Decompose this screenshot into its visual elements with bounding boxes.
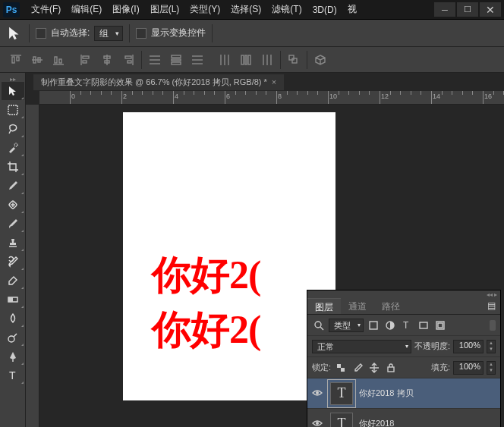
dodge-tool[interactable] [2, 328, 24, 347]
document-tab[interactable]: 制作重叠文字阴影的效果 @ 66.7% (你好2018 拷贝, RGB/8) *… [33, 74, 284, 90]
stamp-tool[interactable] [2, 234, 24, 252]
menu-layer[interactable]: 图层(L) [145, 0, 185, 19]
filter-toggle[interactable] [490, 320, 496, 331]
options-bar: 自动选择: 组 显示变换控件 [0, 20, 504, 47]
canvas-text-1[interactable]: 你好2( [152, 249, 260, 302]
dist-bottom-icon[interactable] [187, 51, 207, 69]
move-tool-icon[interactable] [6, 25, 23, 42]
menu-filter[interactable]: 滤镜(T) [266, 0, 307, 19]
opacity-stepper[interactable]: ▲▼ [487, 340, 496, 353]
3d-mode-icon[interactable] [310, 51, 330, 69]
canvas[interactable]: 你好2( 你好2( [123, 112, 335, 400]
align-right-icon[interactable] [118, 51, 138, 69]
dist-left-icon[interactable] [215, 51, 235, 69]
ruler-vertical[interactable] [26, 105, 39, 427]
filter-kind-dropdown[interactable]: 类型 [329, 319, 364, 332]
filter-smart-icon[interactable] [433, 319, 447, 332]
eraser-tool[interactable] [2, 272, 24, 290]
tab-paths[interactable]: 路径 [374, 298, 408, 314]
blend-mode-dropdown[interactable]: 正常 [312, 340, 411, 353]
tab-channels[interactable]: 通道 [341, 298, 374, 314]
close-button[interactable]: ✕ [480, 2, 501, 17]
filter-type-icon[interactable]: T [400, 319, 414, 332]
panel-menu-icon[interactable]: ▤ [483, 298, 500, 314]
type-tool[interactable]: T [2, 366, 24, 385]
svg-rect-1 [12, 57, 14, 63]
opacity-input[interactable]: 100% [453, 340, 484, 353]
layer-item-selected[interactable]: T 你好2018 拷贝 [307, 378, 500, 409]
crop-tool[interactable] [2, 158, 24, 176]
maximize-button[interactable]: ☐ [457, 2, 478, 17]
ruler-horizontal[interactable]: 0246810121416 [39, 91, 504, 105]
layer-item[interactable]: T 你好2018 [307, 409, 500, 427]
lock-pixels-icon[interactable] [351, 361, 364, 375]
svg-rect-52 [370, 322, 377, 329]
quick-select-tool[interactable] [2, 139, 24, 157]
minimize-button[interactable]: ─ [434, 2, 455, 17]
svg-text:T: T [9, 369, 16, 381]
main-area: ▸▸ T 制作重叠文字阴影的效果 @ 66.7% (你好2018 拷贝, RGB… [0, 73, 504, 427]
layer-thumb-text[interactable]: T [330, 382, 353, 405]
tab-close-icon[interactable]: × [272, 77, 276, 86]
lock-label: 锁定: [312, 362, 331, 373]
menu-type[interactable]: 类型(Y) [184, 0, 225, 19]
history-brush-tool[interactable] [2, 253, 24, 271]
tab-layers[interactable]: 图层 [307, 298, 341, 314]
show-transform-checkbox[interactable] [136, 28, 146, 39]
filter-shape-icon[interactable] [417, 319, 430, 332]
menu-image[interactable]: 图像(I) [107, 0, 144, 19]
dist-vcenter-icon[interactable] [166, 51, 186, 69]
window-controls: ─ ☐ ✕ [433, 2, 501, 17]
lock-position-icon[interactable] [367, 361, 381, 375]
toolbar-handle-icon[interactable]: ▸▸ [0, 76, 25, 82]
lasso-tool[interactable] [2, 120, 24, 138]
show-transform-label: 显示变换控件 [151, 27, 206, 39]
panel-collapse-icon[interactable]: ◂◂ ▸ [307, 290, 500, 298]
dist-right-icon[interactable] [257, 51, 277, 69]
eyedropper-tool[interactable] [2, 177, 24, 195]
svg-rect-36 [289, 55, 294, 60]
svg-rect-60 [388, 367, 394, 372]
visibility-icon[interactable] [312, 419, 324, 428]
auto-select-dropdown[interactable]: 组 [94, 26, 123, 41]
align-vcenter-icon[interactable] [27, 51, 47, 69]
divider [141, 51, 142, 69]
align-top-icon[interactable] [6, 51, 26, 69]
menu-3d[interactable]: 3D(D) [307, 2, 342, 18]
menu-edit[interactable]: 编辑(E) [66, 0, 107, 19]
svg-rect-55 [420, 322, 427, 328]
filter-adjust-icon[interactable] [383, 319, 397, 332]
auto-align-icon[interactable] [284, 51, 304, 69]
align-bottom-icon[interactable] [49, 51, 68, 69]
search-icon[interactable] [312, 319, 326, 332]
align-hcenter-icon[interactable] [97, 51, 117, 69]
layer-name[interactable]: 你好2018 [359, 418, 496, 427]
blur-tool[interactable] [2, 309, 24, 328]
fill-input[interactable]: 100% [453, 361, 484, 375]
align-left-icon[interactable] [76, 51, 96, 69]
dist-hcenter-icon[interactable] [236, 51, 256, 69]
layers-panel: ◂◂ ▸ 图层 通道 路径 ▤ 类型 T 正常 不透明度: 100% ▲▼ 锁定… [307, 290, 501, 427]
brush-tool[interactable] [2, 215, 24, 233]
fill-stepper[interactable]: ▲▼ [487, 361, 496, 375]
visibility-icon[interactable] [312, 388, 324, 399]
menu-view-cut[interactable]: 视 [342, 0, 362, 19]
menu-file[interactable]: 文件(F) [26, 0, 66, 19]
healing-tool[interactable] [2, 196, 24, 214]
layer-thumb-text[interactable]: T [330, 413, 353, 428]
tools-panel: ▸▸ T [0, 73, 26, 427]
marquee-tool[interactable] [2, 101, 24, 119]
filter-pixel-icon[interactable] [367, 319, 380, 332]
lock-all-icon[interactable] [384, 361, 398, 375]
svg-rect-8 [59, 59, 61, 63]
lock-transparent-icon[interactable] [334, 361, 348, 375]
gradient-tool[interactable] [2, 290, 24, 309]
auto-select-checkbox[interactable] [36, 28, 46, 39]
dist-top-icon[interactable] [145, 51, 165, 69]
canvas-text-2[interactable]: 你好2( [152, 303, 260, 356]
layer-name[interactable]: 你好2018 拷贝 [359, 388, 496, 399]
svg-point-61 [316, 391, 319, 394]
menu-select[interactable]: 选择(S) [225, 0, 266, 19]
pen-tool[interactable] [2, 347, 24, 366]
move-tool[interactable] [2, 82, 24, 100]
